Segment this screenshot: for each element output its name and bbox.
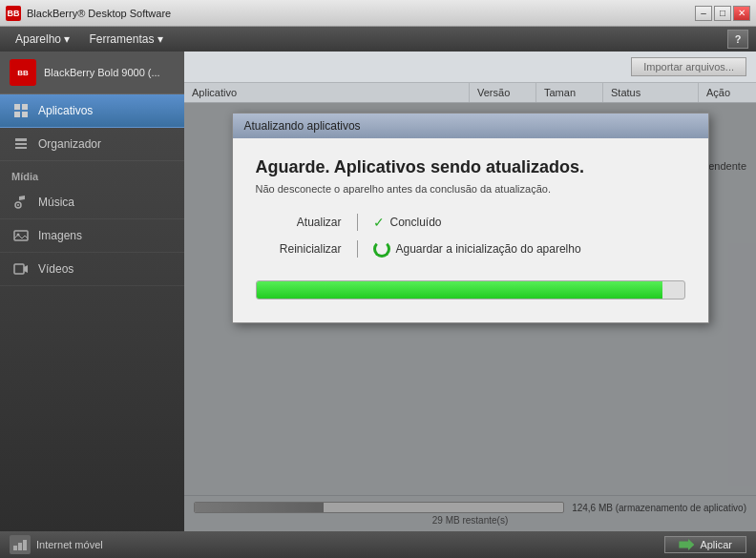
step1-status: ✓ Concluído	[373, 215, 442, 230]
dialog-subtext: Não desconecte o aparelho antes da concl…	[256, 183, 685, 195]
svg-rect-12	[13, 546, 17, 550]
step-divider-2	[357, 240, 358, 258]
menu-aparelho[interactable]: Aparelho ▾	[8, 31, 77, 48]
step1-label: Atualizar	[256, 216, 342, 229]
dialog-heading: Aguarde. Aplicativos sendo atualizados.	[256, 157, 685, 177]
svg-rect-9	[14, 231, 28, 240]
dialog-step-1: Atualizar ✓ Concluído	[256, 214, 685, 231]
svg-rect-5	[15, 143, 27, 145]
media-section-header: Mídia	[0, 161, 184, 186]
videos-icon	[11, 259, 31, 279]
svg-point-8	[17, 204, 19, 206]
menu-bar: Aparelho ▾ Ferramentas ▾ ?	[0, 27, 756, 52]
content-toolbar: Importar arquivos...	[184, 52, 756, 83]
internet-label: Internet móvel	[36, 539, 103, 550]
window-controls: – □ ✕	[695, 6, 750, 21]
minimize-button[interactable]: –	[695, 6, 712, 21]
maximize-button[interactable]: □	[714, 6, 731, 21]
title-bar: BB BlackBerry® Desktop Software – □ ✕	[0, 0, 756, 27]
organizer-icon	[11, 134, 31, 154]
sidebar-section-apps: Aplicativos Organizador	[0, 94, 184, 161]
step-divider-1	[357, 214, 358, 231]
app-icon: BB	[6, 6, 21, 21]
col-versao: Versão	[470, 83, 536, 102]
status-bar: Internet móvel Aplicar	[0, 531, 756, 558]
check-icon: ✓	[373, 215, 385, 230]
content-body: endente 124,6 MB (armazenamento de aplic…	[184, 103, 756, 531]
spinner-icon	[373, 240, 390, 258]
dialog-steps: Atualizar ✓ Concluído Reinicializar	[256, 214, 685, 258]
sidebar: BB BlackBerry Bold 9000 (... Aplicativos	[0, 52, 184, 531]
music-icon	[11, 193, 31, 212]
svg-rect-14	[23, 540, 27, 550]
content-area: Importar arquivos... Aplicativo Versão T…	[184, 52, 756, 531]
sidebar-section-media: Música Imagens	[0, 186, 184, 286]
svg-rect-1	[22, 104, 28, 110]
step2-label: Reinicializar	[256, 242, 342, 256]
progress-bar-fill	[257, 281, 663, 299]
step1-status-label: Concluído	[390, 216, 442, 229]
menu-ferramentas[interactable]: Ferramentas ▾	[81, 31, 170, 48]
dialog-title-bar: Atualizando aplicativos	[233, 114, 708, 138]
device-icon: BB	[10, 59, 36, 86]
svg-rect-11	[14, 264, 24, 274]
close-button[interactable]: ✕	[733, 6, 750, 21]
svg-rect-13	[18, 543, 22, 550]
dialog: Atualizando aplicativos Aguarde. Aplicat…	[232, 113, 709, 323]
svg-rect-4	[15, 138, 27, 141]
sidebar-item-aplicativos[interactable]: Aplicativos	[0, 94, 184, 128]
images-icon	[11, 226, 31, 245]
step2-status: Aguardar a inicialização do aparelho	[373, 240, 581, 258]
progress-bar-container	[256, 280, 685, 300]
svg-rect-2	[14, 112, 20, 117]
col-acao: Ação	[699, 83, 756, 102]
dialog-body: Aguarde. Aplicativos sendo atualizados. …	[233, 138, 708, 322]
svg-rect-6	[15, 147, 27, 149]
step2-status-label: Aguardar a inicialização do aparelho	[396, 242, 581, 256]
apply-icon	[679, 539, 694, 550]
sidebar-item-organizador[interactable]: Organizador	[0, 128, 184, 161]
svg-rect-0	[14, 104, 20, 110]
status-left: Internet móvel	[10, 535, 103, 554]
dialog-title: Atualizando aplicativos	[244, 119, 361, 133]
apply-button[interactable]: Aplicar	[664, 536, 746, 553]
table-header: Aplicativo Versão Taman Status Ação	[184, 83, 756, 103]
dialog-step-2: Reinicializar Aguardar a inicialização d…	[256, 240, 685, 258]
import-button[interactable]: Importar arquivos...	[631, 57, 746, 76]
apps-icon	[11, 101, 31, 120]
device-name: BlackBerry Bold 9000 (...	[44, 66, 160, 79]
col-tamanho: Taman	[536, 83, 603, 102]
sidebar-item-musica[interactable]: Música	[0, 186, 184, 219]
device-item[interactable]: BB BlackBerry Bold 9000 (...	[0, 52, 184, 94]
col-status: Status	[603, 83, 699, 102]
sidebar-item-videos[interactable]: Vídeos	[0, 253, 184, 286]
main-layout: BB BlackBerry Bold 9000 (... Aplicativos	[0, 52, 756, 531]
sidebar-item-imagens[interactable]: Imagens	[0, 219, 184, 253]
dialog-overlay: Atualizando aplicativos Aguarde. Aplicat…	[184, 103, 756, 531]
window-title: BlackBerry® Desktop Software	[27, 8, 695, 19]
internet-icon	[10, 535, 31, 554]
col-aplicativo: Aplicativo	[184, 83, 470, 102]
svg-rect-3	[22, 112, 28, 117]
help-button[interactable]: ?	[727, 30, 748, 49]
